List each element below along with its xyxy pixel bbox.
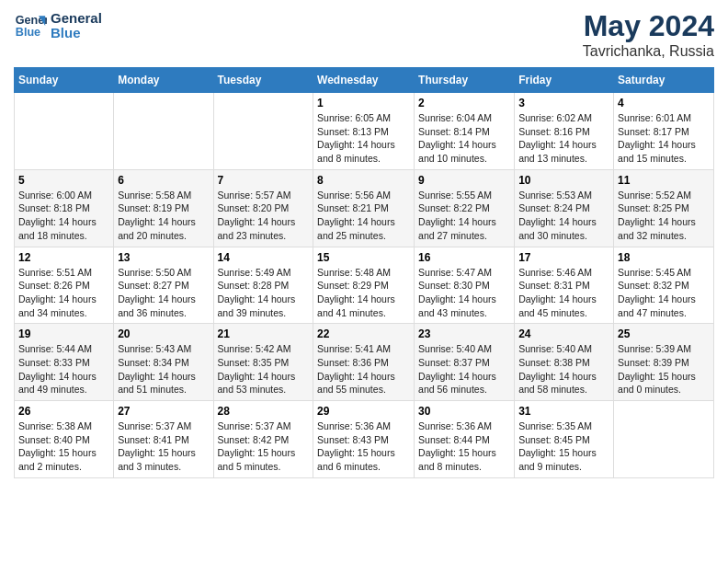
day-info: Sunrise: 5:55 AMSunset: 8:22 PMDaylight:…: [418, 189, 510, 243]
day-number: 26: [18, 405, 109, 418]
week-row-3: 12Sunrise: 5:51 AMSunset: 8:26 PMDayligh…: [15, 247, 714, 324]
day-cell: 27Sunrise: 5:37 AMSunset: 8:41 PMDayligh…: [114, 401, 213, 478]
day-info: Sunrise: 5:38 AMSunset: 8:40 PMDaylight:…: [18, 419, 109, 474]
day-number: 11: [618, 174, 710, 187]
weekday-header-row: SundayMondayTuesdayWednesdayThursdayFrid…: [15, 68, 714, 93]
logo-icon: General Blue: [14, 9, 47, 42]
day-cell: 20Sunrise: 5:43 AMSunset: 8:34 PMDayligh…: [114, 324, 213, 401]
day-cell: 17Sunrise: 5:46 AMSunset: 8:31 PMDayligh…: [515, 247, 614, 324]
day-cell: 22Sunrise: 5:41 AMSunset: 8:36 PMDayligh…: [313, 324, 415, 401]
day-cell: 1Sunrise: 6:05 AMSunset: 8:13 PMDaylight…: [313, 93, 415, 170]
day-cell: [213, 93, 313, 170]
day-info: Sunrise: 5:58 AMSunset: 8:19 PMDaylight:…: [118, 189, 209, 243]
weekday-header-friday: Friday: [515, 68, 614, 93]
day-info: Sunrise: 5:47 AMSunset: 8:30 PMDaylight:…: [418, 266, 510, 320]
day-number: 1: [317, 97, 410, 109]
day-cell: 19Sunrise: 5:44 AMSunset: 8:33 PMDayligh…: [15, 324, 114, 401]
day-cell: [614, 401, 714, 478]
day-cell: 6Sunrise: 5:58 AMSunset: 8:19 PMDaylight…: [114, 169, 213, 247]
day-info: Sunrise: 5:56 AMSunset: 8:21 PMDaylight:…: [317, 189, 410, 243]
week-row-1: 1Sunrise: 6:05 AMSunset: 8:13 PMDaylight…: [15, 93, 714, 170]
logo-blue: Blue: [51, 26, 102, 41]
week-row-2: 5Sunrise: 6:00 AMSunset: 8:18 PMDaylight…: [15, 169, 714, 247]
day-number: 9: [418, 174, 510, 187]
day-number: 17: [518, 251, 609, 264]
calendar-table: SundayMondayTuesdayWednesdayThursdayFrid…: [14, 67, 714, 478]
day-info: Sunrise: 6:00 AMSunset: 8:18 PMDaylight:…: [18, 189, 109, 243]
week-row-4: 19Sunrise: 5:44 AMSunset: 8:33 PMDayligh…: [15, 324, 714, 401]
day-number: 10: [518, 174, 609, 187]
day-number: 7: [218, 174, 310, 187]
day-number: 5: [18, 174, 109, 187]
day-info: Sunrise: 5:53 AMSunset: 8:24 PMDaylight:…: [518, 189, 609, 243]
day-info: Sunrise: 6:04 AMSunset: 8:14 PMDaylight:…: [418, 111, 510, 166]
day-info: Sunrise: 5:48 AMSunset: 8:29 PMDaylight:…: [317, 266, 410, 320]
day-cell: 30Sunrise: 5:36 AMSunset: 8:44 PMDayligh…: [415, 401, 515, 478]
day-info: Sunrise: 5:36 AMSunset: 8:43 PMDaylight:…: [317, 419, 410, 474]
day-info: Sunrise: 5:45 AMSunset: 8:32 PMDaylight:…: [618, 266, 710, 320]
title-block: May 2024 Tavrichanka, Russia: [583, 9, 714, 60]
day-cell: 25Sunrise: 5:39 AMSunset: 8:39 PMDayligh…: [614, 324, 714, 401]
day-info: Sunrise: 5:44 AMSunset: 8:33 PMDaylight:…: [18, 342, 109, 396]
day-info: Sunrise: 5:51 AMSunset: 8:26 PMDaylight:…: [18, 266, 109, 320]
day-info: Sunrise: 5:40 AMSunset: 8:38 PMDaylight:…: [518, 342, 609, 396]
day-number: 19: [18, 327, 109, 340]
day-info: Sunrise: 5:37 AMSunset: 8:42 PMDaylight:…: [218, 419, 310, 474]
day-number: 22: [317, 327, 410, 340]
day-number: 21: [218, 327, 310, 340]
day-number: 8: [317, 174, 410, 187]
month-year-title: May 2024: [583, 9, 714, 43]
day-cell: 7Sunrise: 5:57 AMSunset: 8:20 PMDaylight…: [213, 169, 313, 247]
day-number: 25: [618, 327, 710, 340]
day-number: 2: [418, 97, 510, 109]
day-cell: 18Sunrise: 5:45 AMSunset: 8:32 PMDayligh…: [614, 247, 714, 324]
day-cell: 23Sunrise: 5:40 AMSunset: 8:37 PMDayligh…: [415, 324, 515, 401]
day-cell: 13Sunrise: 5:50 AMSunset: 8:27 PMDayligh…: [114, 247, 213, 324]
page-header: General Blue General Blue May 2024 Tavri…: [14, 9, 714, 60]
day-cell: [114, 93, 213, 170]
day-cell: 4Sunrise: 6:01 AMSunset: 8:17 PMDaylight…: [614, 93, 714, 170]
day-info: Sunrise: 5:50 AMSunset: 8:27 PMDaylight:…: [118, 266, 209, 320]
weekday-header-monday: Monday: [114, 68, 213, 93]
day-cell: 11Sunrise: 5:52 AMSunset: 8:25 PMDayligh…: [614, 169, 714, 247]
day-info: Sunrise: 5:42 AMSunset: 8:35 PMDaylight:…: [218, 342, 310, 396]
day-number: 23: [418, 327, 510, 340]
day-info: Sunrise: 6:01 AMSunset: 8:17 PMDaylight:…: [618, 111, 710, 166]
day-cell: 3Sunrise: 6:02 AMSunset: 8:16 PMDaylight…: [515, 93, 614, 170]
day-info: Sunrise: 5:43 AMSunset: 8:34 PMDaylight:…: [118, 342, 209, 396]
logo: General Blue General Blue: [14, 9, 102, 42]
location-title: Tavrichanka, Russia: [583, 43, 714, 60]
day-cell: 10Sunrise: 5:53 AMSunset: 8:24 PMDayligh…: [515, 169, 614, 247]
day-number: 16: [418, 251, 510, 264]
day-number: 15: [317, 251, 410, 264]
day-cell: 28Sunrise: 5:37 AMSunset: 8:42 PMDayligh…: [213, 401, 313, 478]
day-number: 28: [218, 405, 310, 418]
day-number: 20: [118, 327, 209, 340]
day-cell: [15, 93, 114, 170]
day-cell: 9Sunrise: 5:55 AMSunset: 8:22 PMDaylight…: [415, 169, 515, 247]
day-cell: 15Sunrise: 5:48 AMSunset: 8:29 PMDayligh…: [313, 247, 415, 324]
day-info: Sunrise: 6:05 AMSunset: 8:13 PMDaylight:…: [317, 111, 410, 166]
day-number: 14: [218, 251, 310, 264]
day-info: Sunrise: 5:46 AMSunset: 8:31 PMDaylight:…: [518, 266, 609, 320]
day-info: Sunrise: 5:37 AMSunset: 8:41 PMDaylight:…: [118, 419, 209, 474]
day-cell: 26Sunrise: 5:38 AMSunset: 8:40 PMDayligh…: [15, 401, 114, 478]
day-info: Sunrise: 5:41 AMSunset: 8:36 PMDaylight:…: [317, 342, 410, 396]
day-cell: 24Sunrise: 5:40 AMSunset: 8:38 PMDayligh…: [515, 324, 614, 401]
day-cell: 16Sunrise: 5:47 AMSunset: 8:30 PMDayligh…: [415, 247, 515, 324]
day-cell: 5Sunrise: 6:00 AMSunset: 8:18 PMDaylight…: [15, 169, 114, 247]
weekday-header-wednesday: Wednesday: [313, 68, 415, 93]
day-number: 4: [618, 97, 710, 109]
day-number: 12: [18, 251, 109, 264]
weekday-header-sunday: Sunday: [15, 68, 114, 93]
day-number: 6: [118, 174, 209, 187]
day-number: 29: [317, 405, 410, 418]
svg-text:Blue: Blue: [16, 26, 40, 39]
day-info: Sunrise: 5:57 AMSunset: 8:20 PMDaylight:…: [218, 189, 310, 243]
weekday-header-thursday: Thursday: [415, 68, 515, 93]
day-info: Sunrise: 5:49 AMSunset: 8:28 PMDaylight:…: [218, 266, 310, 320]
weekday-header-tuesday: Tuesday: [213, 68, 313, 93]
day-number: 27: [118, 405, 209, 418]
day-info: Sunrise: 5:35 AMSunset: 8:45 PMDaylight:…: [518, 419, 609, 474]
day-info: Sunrise: 6:02 AMSunset: 8:16 PMDaylight:…: [518, 111, 609, 166]
